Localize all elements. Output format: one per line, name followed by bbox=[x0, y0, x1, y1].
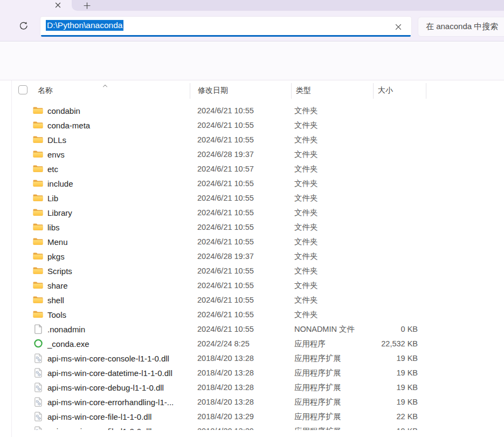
file-name: Menu bbox=[47, 237, 68, 246]
file-name: .nonadmin bbox=[47, 324, 85, 333]
table-row[interactable]: envs2024/6/28 19:37文件夹 bbox=[0, 147, 504, 161]
folder-icon bbox=[33, 280, 43, 290]
file-name: api-ms-win-core-debug-l1-1-0.dll bbox=[47, 383, 164, 392]
column-header-size[interactable]: 大小 bbox=[378, 86, 393, 95]
folder-icon bbox=[33, 207, 43, 217]
file-name: DLLs bbox=[47, 135, 66, 144]
file-type: 文件夹 bbox=[294, 251, 318, 261]
file-size: 19 KB bbox=[358, 383, 418, 392]
file-name: api-ms-win-core-console-l1-1-0.dll bbox=[47, 353, 169, 363]
file-date: 2018/4/20 13:28 bbox=[197, 398, 254, 406]
table-row[interactable]: Menu2024/6/21 10:55文件夹 bbox=[0, 234, 504, 249]
file-date: 2018/4/20 13:28 bbox=[197, 383, 254, 392]
table-row[interactable]: Tools2024/6/21 10:55文件夹 bbox=[0, 307, 504, 322]
column-header-type[interactable]: 类型 bbox=[296, 86, 311, 95]
search-input[interactable]: 在 anaconda 中搜索 bbox=[418, 17, 504, 37]
table-row[interactable]: share2024/6/21 10:55文件夹 bbox=[0, 278, 504, 292]
file-type: 文件夹 bbox=[294, 236, 318, 247]
file-name: api-ms-win-core-file-l1-2-0.dll bbox=[47, 426, 151, 430]
dll-file-icon bbox=[33, 426, 43, 430]
table-row[interactable]: _conda.exe2024/2/24 8:25应用程序22,532 KB bbox=[0, 336, 504, 351]
file-type: 文件夹 bbox=[294, 178, 318, 188]
table-row[interactable]: api-ms-win-core-errorhandling-l1-...2018… bbox=[0, 394, 504, 409]
table-row[interactable]: Lib2024/6/21 10:55文件夹 bbox=[0, 190, 504, 205]
file-type: 应用程序 bbox=[294, 338, 326, 349]
file-date: 2018/4/20 13:29 bbox=[197, 412, 254, 421]
file-type: 应用程序扩展 bbox=[294, 382, 341, 392]
file-date: 2024/6/21 10:55 bbox=[197, 296, 254, 304]
table-row[interactable]: api-ms-win-core-file-l1-2-0.dll2018/4/20… bbox=[0, 424, 504, 430]
file-type: 文件夹 bbox=[294, 280, 318, 290]
clear-address-icon[interactable] bbox=[393, 22, 404, 32]
table-row[interactable]: api-ms-win-core-console-l1-1-0.dll2018/4… bbox=[0, 351, 504, 365]
folder-icon bbox=[33, 265, 43, 276]
column-header-row: 名称 修改日期 类型 大小 bbox=[0, 80, 504, 103]
file-type: 应用程序扩展 bbox=[294, 426, 341, 430]
new-tab-icon[interactable] bbox=[81, 1, 93, 10]
column-divider[interactable] bbox=[190, 83, 190, 99]
file-date: 2018/4/20 13:28 bbox=[197, 354, 254, 363]
file-name: pkgs bbox=[47, 251, 65, 261]
dll-file-icon bbox=[33, 353, 43, 363]
table-row[interactable]: api-ms-win-core-datetime-l1-1-0.dll2018/… bbox=[0, 365, 504, 380]
file-type: 应用程序扩展 bbox=[294, 367, 341, 378]
table-row[interactable]: shell2024/6/21 10:55文件夹 bbox=[0, 292, 504, 307]
folder-icon bbox=[33, 309, 43, 319]
column-header-date[interactable]: 修改日期 bbox=[198, 86, 228, 95]
close-tab-icon[interactable] bbox=[52, 0, 63, 10]
folder-icon bbox=[33, 193, 43, 203]
folder-icon bbox=[33, 163, 43, 174]
file-name: api-ms-win-core-file-l1-1-0.dll bbox=[47, 412, 151, 421]
table-row[interactable]: api-ms-win-core-debug-l1-1-0.dll2018/4/2… bbox=[0, 380, 504, 394]
file-date: 2024/6/21 10:55 bbox=[197, 208, 254, 217]
column-divider[interactable] bbox=[426, 83, 426, 99]
folder-icon bbox=[33, 236, 43, 247]
file-type: 应用程序扩展 bbox=[294, 411, 341, 421]
file-size: 22 KB bbox=[358, 412, 418, 421]
table-row[interactable]: include2024/6/21 10:55文件夹 bbox=[0, 176, 504, 190]
file-date: 2024/6/21 10:55 bbox=[197, 106, 254, 115]
select-all-checkbox[interactable] bbox=[18, 85, 27, 94]
column-header-name[interactable]: 名称 bbox=[38, 86, 53, 95]
file-type: 文件夹 bbox=[294, 222, 318, 232]
table-row[interactable]: Scripts2024/6/21 10:55文件夹 bbox=[0, 263, 504, 278]
file-size: 19 KB bbox=[358, 354, 418, 363]
conda-app-icon bbox=[33, 338, 43, 349]
file-date: 2024/6/21 10:55 bbox=[197, 325, 254, 333]
file-name: Library bbox=[47, 208, 72, 217]
table-row[interactable]: condabin2024/6/21 10:55文件夹 bbox=[0, 103, 504, 118]
column-divider[interactable] bbox=[373, 83, 374, 99]
folder-icon bbox=[33, 105, 43, 115]
blank-file-icon bbox=[33, 324, 43, 334]
refresh-icon[interactable] bbox=[13, 16, 33, 36]
folder-icon bbox=[33, 149, 43, 159]
column-divider[interactable] bbox=[291, 83, 292, 99]
file-date: 2024/6/21 10:57 bbox=[197, 165, 254, 173]
table-row[interactable]: .nonadmin2024/6/21 10:55NONADMIN 文件0 KB bbox=[0, 322, 504, 336]
table-row[interactable]: etc2024/6/21 10:57文件夹 bbox=[0, 161, 504, 176]
folder-icon bbox=[33, 222, 43, 232]
file-date: 2024/6/28 19:37 bbox=[197, 252, 254, 261]
file-size: 19 KB bbox=[358, 398, 418, 406]
dll-file-icon bbox=[33, 411, 43, 421]
table-row[interactable]: api-ms-win-core-file-l1-1-0.dll2018/4/20… bbox=[0, 409, 504, 424]
file-date: 2024/2/24 8:25 bbox=[197, 339, 250, 348]
file-size: 19 KB bbox=[358, 368, 418, 377]
sort-ascending-icon bbox=[102, 80, 108, 90]
table-row[interactable]: libs2024/6/21 10:55文件夹 bbox=[0, 220, 504, 234]
file-size: 22,532 KB bbox=[358, 339, 418, 348]
folder-icon bbox=[33, 251, 43, 261]
file-name: _conda.exe bbox=[47, 339, 89, 348]
file-name: libs bbox=[47, 222, 60, 231]
file-name: conda-meta bbox=[47, 120, 90, 129]
address-bar-input[interactable]: D:\Python\anaconda bbox=[40, 17, 411, 37]
table-row[interactable]: conda-meta2024/6/21 10:55文件夹 bbox=[0, 118, 504, 132]
dll-file-icon bbox=[33, 367, 43, 378]
file-type: 应用程序扩展 bbox=[294, 397, 341, 407]
file-date: 2018/4/20 13:28 bbox=[197, 368, 254, 377]
dll-file-icon bbox=[33, 397, 43, 407]
table-row[interactable]: pkgs2024/6/28 19:37文件夹 bbox=[0, 249, 504, 263]
file-type: 文件夹 bbox=[294, 295, 318, 305]
table-row[interactable]: DLLs2024/6/21 10:55文件夹 bbox=[0, 132, 504, 147]
table-row[interactable]: Library2024/6/21 10:55文件夹 bbox=[0, 205, 504, 220]
